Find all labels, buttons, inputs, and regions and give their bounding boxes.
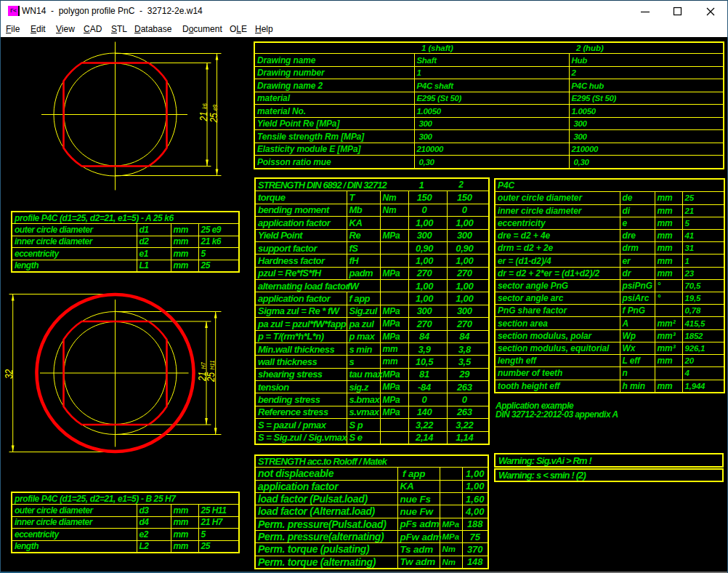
svg-text:32: 32 <box>2 369 14 379</box>
svg-text:25 e9: 25 e9 <box>208 104 219 123</box>
